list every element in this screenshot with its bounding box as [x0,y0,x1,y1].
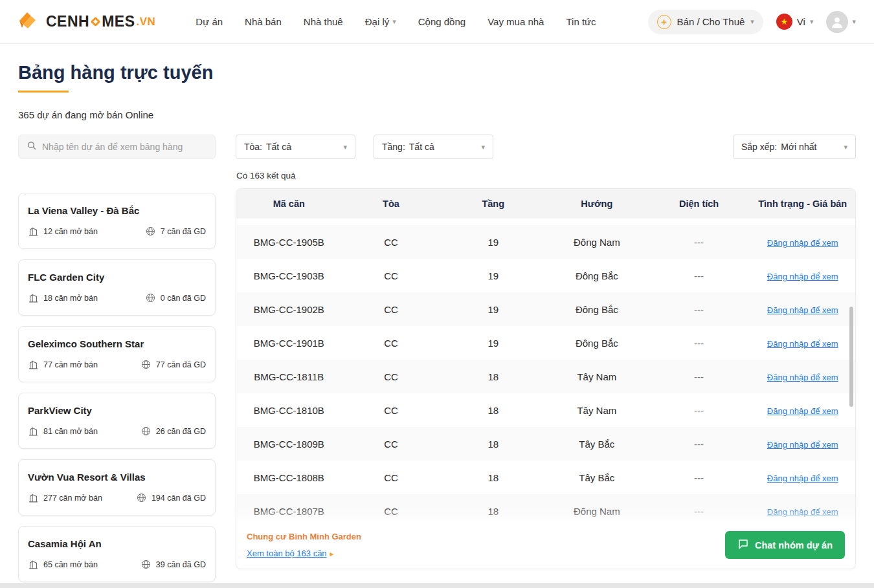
logo-gem-icon [18,11,40,33]
vietnam-flag-icon: ★ [776,14,792,30]
nav-nha-thue[interactable]: Nhà thuê [304,16,343,27]
cenhomes-logo[interactable]: CENH MES .VN [18,11,155,33]
sort-dropdown[interactable]: Sắp xếp: Mới nhất ▾ [733,135,856,159]
table-body: Đăng nhập để xem BMG-CC-1905B CC 19 Đông… [236,219,855,523]
result-count: Có 163 kết quả [236,171,856,180]
login-to-view-link[interactable]: Đăng nhập để xem [767,440,838,450]
sold-units-stat: 7 căn đã GD [145,226,206,237]
project-name: ParkView City [28,405,206,416]
page-subtitle: 365 dự án đang mở bán Online [18,109,856,120]
project-name: Casamia Hội An [28,538,206,549]
table-row: BMG-CC-1807B CC 18 Đông Nam --- Đăng nhậ… [236,494,855,523]
avatar [826,11,848,33]
open-units-stat: 12 căn mở bán [28,226,98,237]
chevron-down-icon: ▾ [852,18,856,25]
col-toa: Tòa [342,199,441,209]
building-filter-dropdown[interactable]: Tòa: Tất cả ▾ [236,135,355,159]
floor-filter-dropdown[interactable]: Tầng: Tất cả ▾ [374,135,493,159]
project-search [18,135,216,159]
page-bottom-strip [0,583,874,588]
nav-vay-mua-nha[interactable]: Vay mua nhà [487,16,544,27]
chevron-down-icon: ▾ [844,144,847,151]
nav-cong-dong[interactable]: Cộng đồng [418,16,465,27]
sold-units-stat: 26 căn đã GD [140,426,206,437]
nav-du-an[interactable]: Dự án [196,16,223,27]
post-listing-button[interactable]: + Bán / Cho Thuê ▾ [648,10,763,34]
arrow-right-icon: ▸ [330,549,334,558]
login-to-view-link[interactable]: Đăng nhập để xem [767,373,838,382]
project-card-vuon-vua-resort[interactable]: Vườn Vua Resort & Villas 277 căn mở bán … [18,459,216,516]
login-to-view-link[interactable]: Đăng nhập để xem [767,305,838,315]
chevron-down-icon: ▾ [343,144,347,151]
plus-circle-icon: + [657,15,671,29]
view-all-units-link[interactable]: Xem toàn bộ 163 căn [247,549,327,558]
table-row: BMG-CC-1811B CC 18 Tây Nam --- Đăng nhập… [236,360,855,393]
unit-code: BMG-CC-1807B [236,506,342,517]
main-nav: Dự án Nhà bán Nhà thuê Đại lý▾ Cộng đồng… [196,16,596,27]
units-table-panel: Mã căn Tòa Tầng Hướng Diện tích Tình trạ… [236,188,856,569]
login-to-view-link[interactable]: Đăng nhập để xem [767,507,838,517]
table-row: BMG-CC-1903B CC 19 Đông Bắc --- Đăng nhậ… [236,259,855,292]
unit-code: BMG-CC-1905B [236,237,342,248]
col-tinh-trang: Tình trạng - Giá bán [750,199,855,209]
nav-tin-tuc[interactable]: Tin tức [566,16,596,27]
title-underline [18,91,69,93]
table-row: BMG-CC-1810B CC 18 Tây Nam --- Đăng nhập… [236,393,855,427]
logo-diamond-o-icon [91,17,101,27]
col-huong: Hướng [546,199,648,209]
login-to-view-link[interactable]: Đăng nhập để xem [767,474,838,483]
chevron-down-icon: ▾ [481,144,485,151]
content-grid: La Viena Valley - Đà Bắc 12 căn mở bán 7… [18,171,856,588]
project-card-casamia-hoi-an[interactable]: Casamia Hội An 65 căn mở bán 39 căn đã G… [18,526,216,582]
open-units-stat: 18 căn mở bán [28,292,98,303]
table-row: BMG-CC-1901B CC 19 Đông Bắc --- Đăng nhậ… [236,326,855,360]
unit-code: BMG-CC-1903B [236,270,342,281]
topbar-right: + Bán / Cho Thuê ▾ ★ Vi ▾ ▾ [648,10,856,34]
unit-code: BMG-CC-1810B [236,405,342,416]
main-content: Bảng hàng trực tuyến 365 dự án đang mở b… [0,62,874,588]
globe-icon-label: 7 căn đã GD [161,227,206,236]
page-title: Bảng hàng trực tuyến [18,62,856,83]
col-dien-tich: Diện tích [648,199,750,209]
sold-units-stat: 0 căn đã GD [145,292,206,303]
language-selector[interactable]: ★ Vi ▾ [776,14,814,30]
project-card-parkview-city[interactable]: ParkView City 81 căn mở bán 26 căn đã GD [18,393,216,449]
sold-units-stat: 194 căn đã GD [136,492,206,503]
search-input[interactable] [42,142,207,152]
chat-group-button[interactable]: Chat nhóm dự án [725,531,845,559]
project-card-geleximco-southern-star[interactable]: Geleximco Southern Star 77 căn mở bán 77… [18,326,216,382]
table-scrollbar-thumb[interactable] [849,307,853,407]
table-row: BMG-CC-1902B CC 19 Đông Bắc --- Đăng nhậ… [236,292,855,326]
project-card-flc-garden-city[interactable]: FLC Garden City 18 căn mở bán 0 căn đã G… [18,259,216,316]
open-units-stat: 65 căn mở bán [28,559,98,570]
chevron-down-icon: ▾ [392,18,396,25]
unit-code: BMG-CC-1809B [236,439,342,450]
table-header: Mã căn Tòa Tầng Hướng Diện tích Tình trạ… [236,189,855,219]
nav-dai-ly[interactable]: Đại lý▾ [365,16,396,27]
filters: Tòa: Tất cả ▾ Tầng: Tất cả ▾ Sắp xếp: Mớ… [236,135,856,159]
unit-code: BMG-CC-1811B [236,371,342,382]
chevron-down-icon: ▾ [810,18,814,25]
current-project-name: Chung cư Bình Minh Garden [247,532,361,541]
project-name: La Viena Valley - Đà Bắc [28,205,206,216]
controls-row: Tòa: Tất cả ▾ Tầng: Tất cả ▾ Sắp xếp: Mớ… [18,135,856,159]
login-to-view-link[interactable]: Đăng nhập để xem [767,406,838,416]
search-icon [27,140,37,153]
project-card-la-viena-valley[interactable]: La Viena Valley - Đà Bắc 12 căn mở bán 7… [18,193,216,249]
project-name: Vườn Vua Resort & Villas [28,472,206,483]
project-name: FLC Garden City [28,272,206,283]
nav-nha-ban[interactable]: Nhà bán [245,16,282,27]
unit-code: BMG-CC-1901B [236,338,342,349]
table-row: BMG-CC-1809B CC 18 Tây Bắc --- Đăng nhập… [236,427,855,461]
unit-code: BMG-CC-1902B [236,304,342,315]
login-to-view-link[interactable]: Đăng nhập để xem [767,339,838,349]
login-to-view-link[interactable]: Đăng nhập để xem [767,272,838,281]
login-to-view-link[interactable]: Đăng nhập để xem [767,238,838,248]
account-menu[interactable]: ▾ [826,11,856,33]
project-name: Geleximco Southern Star [28,338,206,349]
logo-text: CENH MES .VN [46,13,155,30]
col-ma-can: Mã căn [236,199,342,209]
table-row: BMG-CC-1808B CC 18 Tây Bắc --- Đăng nhập… [236,461,855,494]
project-list: La Viena Valley - Đà Bắc 12 căn mở bán 7… [18,171,216,588]
panel-footer: Chung cư Bình Minh Garden Xem toàn bộ 16… [236,523,855,569]
